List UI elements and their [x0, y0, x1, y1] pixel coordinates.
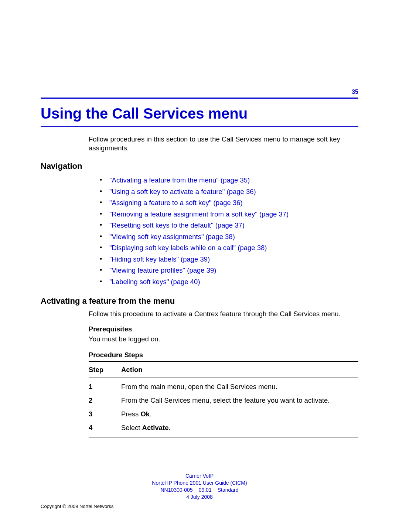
header-action: Action: [121, 364, 358, 375]
footer-line2: Nortel IP Phone 2001 User Guide (CICM): [41, 480, 358, 487]
step-number: 2: [89, 394, 121, 407]
steps-block: Step Action 1 From the main menu, open t…: [89, 361, 358, 437]
table-row: 3 Press Ok.: [89, 407, 358, 421]
section-activating-heading: Activating a feature from the menu: [41, 296, 358, 306]
footer-line1: Carrier VoIP: [41, 473, 358, 480]
nav-item: "Removing a feature assignment from a so…: [100, 209, 358, 220]
nav-item: "Assigning a feature to a soft key" (pag…: [100, 197, 358, 209]
prerequisites-body: You must be logged on.: [89, 335, 358, 344]
nav-item: "Displaying soft key labels while on a c…: [100, 242, 358, 254]
header-step: Step: [89, 364, 121, 375]
nav-link[interactable]: "Using a soft key to activate a feature"…: [109, 188, 256, 195]
nav-link[interactable]: "Viewing feature profiles" (page 39): [109, 266, 216, 274]
nav-link[interactable]: "Labeling soft keys" (page 40): [109, 278, 200, 286]
nav-item: "Resetting soft keys to the default" (pa…: [100, 220, 358, 231]
table-top-rule: [89, 361, 358, 362]
nav-link[interactable]: "Resetting soft keys to the default" (pa…: [109, 221, 245, 229]
step-number: 1: [89, 380, 121, 394]
step-number: 4: [89, 421, 121, 435]
nav-item: "Viewing feature profiles" (page 39): [100, 265, 358, 276]
section-activating-intro: Follow this procedure to activate a Cent…: [89, 310, 358, 318]
step-number: 3: [89, 407, 121, 421]
navigation-heading: Navigation: [41, 161, 358, 171]
page-number: 35: [41, 89, 358, 95]
table-row: 1 From the main menu, open the Call Serv…: [89, 380, 358, 394]
footer-line3: NN10300-00509.01Standard: [41, 487, 358, 494]
intro-text: Follow procedures in this section to use…: [89, 135, 358, 153]
nav-link[interactable]: "Removing a feature assignment from a so…: [109, 210, 289, 218]
navigation-list: "Activating a feature from the menu" (pa…: [100, 175, 358, 287]
table-row: 4 Select Activate.: [89, 421, 358, 435]
steps-table-body: 1 From the main menu, open the Call Serv…: [89, 380, 358, 435]
nav-item: "Activating a feature from the menu" (pa…: [100, 175, 358, 186]
table-row: 2 From the Call Services menu, select th…: [89, 394, 358, 407]
footer-line4: 4 July 2008: [41, 494, 358, 501]
nav-item: "Using a soft key to activate a feature"…: [100, 186, 358, 198]
footer: Carrier VoIP Nortel IP Phone 2001 User G…: [41, 473, 358, 510]
procedure-steps-heading: Procedure Steps: [89, 351, 358, 359]
chapter-title: Using the Call Services menu: [41, 105, 358, 122]
step-action: Press Ok.: [121, 407, 358, 421]
nav-item: "Hiding soft key labels" (page 39): [100, 254, 358, 265]
steps-table: Step Action: [89, 364, 358, 375]
nav-link[interactable]: "Activating a feature from the menu" (pa…: [109, 176, 250, 184]
step-action: From the main menu, open the Call Servic…: [121, 380, 358, 394]
top-rule: [41, 98, 358, 99]
nav-item: "Viewing soft key assignments" (page 38): [100, 231, 358, 243]
copyright: Copyright © 2008 Nortel Networks: [41, 503, 358, 510]
step-action: Select Activate.: [121, 421, 358, 435]
nav-link[interactable]: "Displaying soft key labels while on a c…: [109, 244, 267, 252]
table-bottom-rule: [89, 437, 358, 437]
table-head-rule: [89, 378, 358, 378]
nav-link[interactable]: "Assigning a feature to a soft key" (pag…: [109, 199, 243, 207]
nav-link[interactable]: "Hiding soft key labels" (page 39): [109, 255, 210, 263]
prerequisites-heading: Prerequisites: [89, 325, 358, 333]
nav-link[interactable]: "Viewing soft key assignments" (page 38): [109, 233, 235, 241]
title-rule: [41, 126, 358, 127]
nav-item: "Labeling soft keys" (page 40): [100, 276, 358, 288]
step-action: From the Call Services menu, select the …: [121, 394, 358, 407]
